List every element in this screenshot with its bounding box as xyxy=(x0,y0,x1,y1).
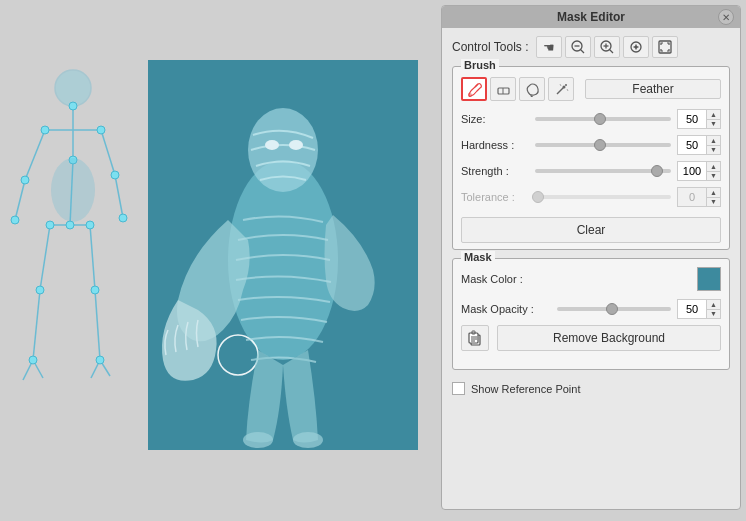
tolerance-input xyxy=(678,188,706,206)
svg-point-34 xyxy=(248,108,318,192)
control-tools-label: Control Tools : xyxy=(452,40,528,54)
zoom-fit-btn[interactable] xyxy=(623,36,649,58)
svg-point-23 xyxy=(119,214,127,222)
strength-arrows: ▲ ▼ xyxy=(706,162,720,180)
svg-point-27 xyxy=(86,221,94,229)
feather-button[interactable]: Feather xyxy=(585,79,721,99)
svg-point-25 xyxy=(66,221,74,229)
skeleton-figure xyxy=(5,60,135,460)
svg-point-29 xyxy=(29,356,37,364)
mask-opacity-thumb[interactable] xyxy=(606,303,618,315)
mask-color-swatch[interactable] xyxy=(697,267,721,291)
panel-title-bar: Mask Editor ✕ xyxy=(442,6,740,28)
svg-line-60 xyxy=(567,89,568,91)
size-slider[interactable] xyxy=(535,117,671,121)
svg-point-50 xyxy=(635,46,638,49)
strength-thumb[interactable] xyxy=(651,165,663,177)
svg-line-6 xyxy=(115,175,123,218)
svg-point-22 xyxy=(111,171,119,179)
size-thumb[interactable] xyxy=(594,113,606,125)
canvas-area xyxy=(0,0,420,521)
svg-line-41 xyxy=(581,50,585,54)
mask-color-label: Mask Color : xyxy=(461,273,551,285)
zoom-in-btn[interactable] xyxy=(594,36,620,58)
size-spinner[interactable]: ▲ ▼ xyxy=(677,109,721,129)
close-button[interactable]: ✕ xyxy=(718,9,734,25)
brush-tools-row: Feather xyxy=(461,77,721,101)
eraser-btn[interactable] xyxy=(490,77,516,101)
tolerance-slider xyxy=(535,195,671,199)
mask-color-row: Mask Color : xyxy=(461,267,721,291)
svg-line-5 xyxy=(101,130,115,175)
hardness-thumb[interactable] xyxy=(594,139,606,151)
tolerance-row: Tolerance : ▲ ▼ xyxy=(461,187,721,207)
fullscreen-btn[interactable] xyxy=(652,36,678,58)
control-tools-row: Control Tools : ☚ xyxy=(452,36,730,58)
opacity-down[interactable]: ▼ xyxy=(707,310,720,319)
strength-down[interactable]: ▼ xyxy=(707,172,720,181)
remove-bg-row: Remove Background xyxy=(461,325,721,351)
hardness-arrows: ▲ ▼ xyxy=(706,136,720,154)
show-reference-label: Show Reference Point xyxy=(471,383,580,395)
svg-line-10 xyxy=(33,290,40,360)
svg-point-17 xyxy=(69,102,77,110)
tolerance-up: ▲ xyxy=(707,188,720,198)
svg-point-31 xyxy=(96,356,104,364)
tolerance-spinner: ▲ ▼ xyxy=(677,187,721,207)
size-down[interactable]: ▼ xyxy=(707,120,720,129)
svg-point-39 xyxy=(293,432,323,448)
tolerance-arrows: ▲ ▼ xyxy=(706,188,720,206)
mask-opacity-spinner[interactable]: ▲ ▼ xyxy=(677,299,721,319)
svg-line-4 xyxy=(15,180,25,220)
svg-line-12 xyxy=(95,290,100,360)
hardness-input[interactable] xyxy=(678,136,706,154)
mask-section-label: Mask xyxy=(461,251,495,263)
svg-point-28 xyxy=(36,286,44,294)
mask-opacity-arrows: ▲ ▼ xyxy=(706,300,720,318)
svg-line-11 xyxy=(90,225,95,290)
strength-spinner[interactable]: ▲ ▼ xyxy=(677,161,721,181)
zoom-out-btn[interactable] xyxy=(565,36,591,58)
strength-label: Strength : xyxy=(461,165,529,177)
size-arrows: ▲ ▼ xyxy=(706,110,720,128)
size-label: Size: xyxy=(461,113,529,125)
clear-button[interactable]: Clear xyxy=(461,217,721,243)
hand-tool-btn[interactable]: ☚ xyxy=(536,36,562,58)
tolerance-down: ▼ xyxy=(707,198,720,207)
svg-point-20 xyxy=(21,176,29,184)
svg-point-18 xyxy=(41,126,49,134)
svg-line-59 xyxy=(560,84,561,86)
tolerance-thumb xyxy=(532,191,544,203)
show-reference-checkbox[interactable] xyxy=(452,382,465,395)
svg-point-21 xyxy=(11,216,19,224)
svg-line-3 xyxy=(25,130,45,180)
strength-slider[interactable] xyxy=(535,169,671,173)
mask-editor-panel: Mask Editor ✕ Control Tools : ☚ Brush xyxy=(441,5,741,510)
main-canvas xyxy=(148,60,418,450)
svg-point-37 xyxy=(218,335,258,375)
paint-brush-btn[interactable] xyxy=(461,77,487,101)
mask-opacity-input[interactable] xyxy=(678,300,706,318)
hardness-spinner[interactable]: ▲ ▼ xyxy=(677,135,721,155)
size-up[interactable]: ▲ xyxy=(707,110,720,120)
strength-input[interactable] xyxy=(678,162,706,180)
hardness-down[interactable]: ▼ xyxy=(707,146,720,155)
magic-wand-btn[interactable] xyxy=(548,77,574,101)
mummy-svg xyxy=(148,60,418,450)
hardness-slider[interactable] xyxy=(535,143,671,147)
hardness-up[interactable]: ▲ xyxy=(707,136,720,146)
paste-button[interactable] xyxy=(461,325,489,351)
lasso-btn[interactable] xyxy=(519,77,545,101)
strength-up[interactable]: ▲ xyxy=(707,162,720,172)
strength-row: Strength : ▲ ▼ xyxy=(461,161,721,181)
svg-point-36 xyxy=(289,140,303,150)
svg-line-9 xyxy=(40,225,50,290)
mask-opacity-row: Mask Opacity : ▲ ▼ xyxy=(461,299,721,319)
hardness-row: Hardness : ▲ ▼ xyxy=(461,135,721,155)
mask-opacity-slider[interactable] xyxy=(557,307,671,311)
opacity-up[interactable]: ▲ xyxy=(707,300,720,310)
size-row: Size: ▲ ▼ xyxy=(461,109,721,129)
panel-title: Mask Editor xyxy=(557,10,625,24)
remove-background-button[interactable]: Remove Background xyxy=(497,325,721,351)
size-input[interactable] xyxy=(678,110,706,128)
